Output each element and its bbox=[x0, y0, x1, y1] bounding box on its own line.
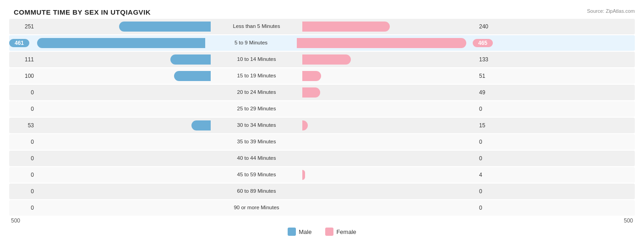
male-bar bbox=[170, 54, 211, 65]
legend-female-box bbox=[325, 228, 333, 236]
female-value: 0 bbox=[476, 188, 504, 195]
male-bar bbox=[37, 38, 205, 48]
legend-male-box bbox=[288, 228, 296, 236]
chart-title: COMMUTE TIME BY SEX IN UTQIAGVIK bbox=[9, 8, 635, 16]
row-label: 40 to 44 Minutes bbox=[211, 155, 302, 162]
female-bar-area bbox=[302, 120, 476, 130]
male-value: 53 bbox=[9, 122, 37, 129]
male-value: 0 bbox=[9, 139, 37, 145]
female-value: 4 bbox=[476, 172, 504, 178]
female-value: 0 bbox=[476, 155, 504, 162]
source-label: Source: ZipAtlas.com bbox=[587, 8, 635, 14]
chart-row: 020 to 24 Minutes49 bbox=[9, 85, 635, 100]
chart-row: 040 to 44 Minutes0 bbox=[9, 151, 635, 166]
male-value: 251 bbox=[9, 23, 37, 30]
female-value: 0 bbox=[476, 205, 504, 211]
chart-area: 251Less than 5 Minutes2404615 to 9 Minut… bbox=[9, 19, 635, 216]
female-bar bbox=[297, 38, 466, 48]
legend-male-label: Male bbox=[299, 228, 311, 235]
axis-left: 500 bbox=[9, 217, 211, 224]
chart-row: 4615 to 9 Minutes465 bbox=[9, 35, 635, 51]
female-bar bbox=[302, 170, 305, 180]
chart-row: 251Less than 5 Minutes240 bbox=[9, 19, 635, 34]
female-value: 0 bbox=[476, 106, 504, 112]
row-label: Less than 5 Minutes bbox=[211, 23, 302, 30]
male-bar-area bbox=[37, 54, 211, 65]
axis-row: 500 500 bbox=[9, 217, 635, 224]
male-value: 0 bbox=[9, 172, 37, 178]
row-label: 20 to 24 Minutes bbox=[211, 89, 302, 96]
chart-row: 060 to 89 Minutes0 bbox=[9, 184, 635, 199]
female-value: 49 bbox=[476, 89, 504, 96]
row-label: 35 to 39 Minutes bbox=[211, 139, 302, 145]
row-label: 45 to 59 Minutes bbox=[211, 172, 302, 178]
female-bar-area bbox=[302, 87, 476, 98]
male-value: 0 bbox=[9, 89, 37, 96]
male-bar-area bbox=[37, 71, 211, 81]
female-bar bbox=[302, 120, 308, 130]
chart-container: COMMUTE TIME BY SEX IN UTQIAGVIK Source:… bbox=[0, 0, 644, 239]
female-bar-area bbox=[302, 170, 476, 180]
legend: Male Female bbox=[9, 228, 635, 236]
female-bar-area bbox=[302, 54, 476, 65]
male-bar bbox=[119, 22, 211, 32]
chart-row: 025 to 29 Minutes0 bbox=[9, 101, 635, 117]
female-bar bbox=[302, 87, 320, 98]
female-bar-area bbox=[302, 71, 476, 81]
chart-row: 10015 to 19 Minutes51 bbox=[9, 68, 635, 84]
chart-row: 11110 to 14 Minutes133 bbox=[9, 52, 635, 67]
female-bar-area bbox=[297, 38, 471, 48]
row-label: 5 to 9 Minutes bbox=[205, 40, 297, 46]
male-value: 0 bbox=[9, 155, 37, 162]
male-value: 0 bbox=[9, 188, 37, 195]
axis-right: 500 bbox=[433, 217, 635, 224]
female-value: 240 bbox=[476, 23, 504, 30]
female-value: 133 bbox=[476, 56, 504, 63]
chart-row: 090 or more Minutes0 bbox=[9, 200, 635, 216]
male-value: 100 bbox=[9, 73, 37, 79]
male-bar-area bbox=[31, 38, 205, 48]
female-bar bbox=[302, 71, 321, 81]
legend-male: Male bbox=[288, 228, 311, 236]
male-value: 0 bbox=[9, 106, 37, 112]
male-bar bbox=[174, 71, 211, 81]
female-value: 51 bbox=[476, 73, 504, 79]
male-bar-area bbox=[37, 22, 211, 32]
female-bar bbox=[302, 22, 390, 32]
female-bar bbox=[302, 54, 351, 65]
row-label: 15 to 19 Minutes bbox=[211, 73, 302, 79]
row-label: 90 or more Minutes bbox=[211, 205, 302, 211]
female-value: 15 bbox=[476, 122, 504, 129]
row-label: 60 to 89 Minutes bbox=[211, 188, 302, 195]
male-value: 461 bbox=[9, 39, 29, 47]
legend-female: Female bbox=[325, 228, 356, 236]
row-label: 30 to 34 Minutes bbox=[211, 122, 302, 129]
chart-row: 5330 to 34 Minutes15 bbox=[9, 118, 635, 133]
female-value: 0 bbox=[476, 139, 504, 145]
row-label: 10 to 14 Minutes bbox=[211, 56, 302, 63]
male-bar-area bbox=[37, 120, 211, 130]
chart-row: 045 to 59 Minutes4 bbox=[9, 167, 635, 183]
row-label: 25 to 29 Minutes bbox=[211, 106, 302, 112]
male-bar bbox=[191, 120, 211, 130]
legend-female-label: Female bbox=[336, 228, 356, 235]
female-bar-area bbox=[302, 22, 476, 32]
female-value: 465 bbox=[473, 39, 493, 47]
male-value: 0 bbox=[9, 205, 37, 211]
male-value: 111 bbox=[9, 56, 37, 63]
chart-row: 035 to 39 Minutes0 bbox=[9, 134, 635, 150]
